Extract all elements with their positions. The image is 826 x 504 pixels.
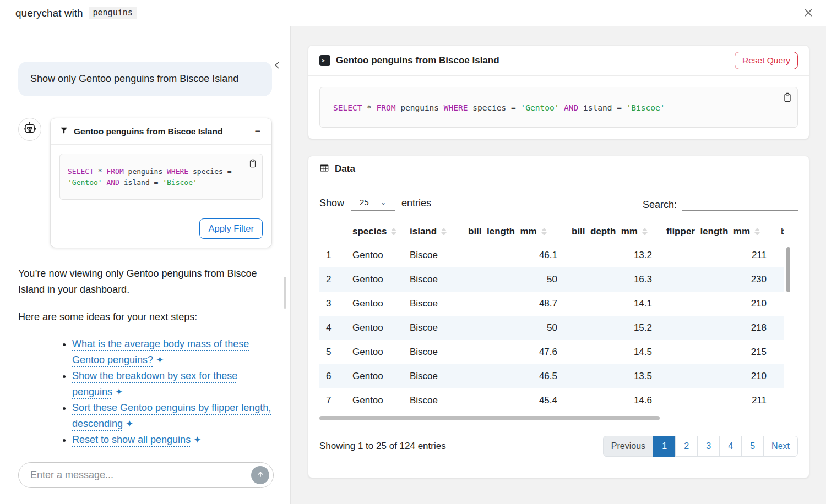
apply-filter-button[interactable]: Apply Filter bbox=[199, 218, 263, 239]
table-cell: 210 bbox=[660, 292, 774, 316]
table-cell: 7 bbox=[319, 388, 346, 413]
table-cell: Gentoo bbox=[346, 316, 403, 340]
table-cell: Biscoe bbox=[403, 267, 461, 292]
column-header-bill_depth_mm[interactable]: bill_depth_mm bbox=[565, 221, 660, 243]
chat-input[interactable] bbox=[30, 469, 251, 481]
chat-sidebar: Show only Gentoo penguins from Biscoe Is… bbox=[0, 26, 291, 504]
copy-button[interactable] bbox=[248, 158, 258, 170]
table-cell: 218 bbox=[660, 316, 774, 340]
show-label: Show bbox=[319, 198, 344, 209]
table-cell: 14.5 bbox=[565, 340, 660, 364]
table-icon bbox=[319, 163, 329, 175]
search-label: Search: bbox=[643, 199, 677, 211]
table-cell: Gentoo bbox=[346, 388, 403, 413]
table-cell bbox=[774, 340, 784, 364]
table-cell: 47.6 bbox=[461, 340, 565, 364]
chat-input-bar bbox=[18, 462, 274, 488]
suggestion-link[interactable]: Sort these Gentoo penguins by flipper le… bbox=[72, 402, 271, 429]
horizontal-scrollbar[interactable] bbox=[319, 416, 660, 420]
page-length-select[interactable]: 25 bbox=[351, 195, 395, 211]
entries-label: entries bbox=[401, 198, 431, 209]
column-header-species[interactable]: species bbox=[346, 221, 403, 243]
sql-code-block-main: SELECT * FROM penguins WHERE species = '… bbox=[319, 87, 798, 128]
table-cell: 13.5 bbox=[565, 364, 660, 388]
table-cell: 50 bbox=[461, 316, 565, 340]
table-cell bbox=[774, 243, 784, 268]
table-cell: Biscoe bbox=[403, 292, 461, 316]
table-cell bbox=[774, 316, 784, 340]
page-button-1[interactable]: 1 bbox=[653, 436, 676, 457]
table-body: 1GentooBiscoe46.113.22112GentooBiscoe501… bbox=[319, 243, 784, 413]
filter-card-title: Gentoo penguins from Biscoe Island bbox=[74, 127, 252, 136]
column-header-island[interactable]: island bbox=[403, 221, 461, 243]
table-cell bbox=[774, 292, 784, 316]
table-cell bbox=[774, 364, 784, 388]
suggestion-item: What is the average body mass of these G… bbox=[72, 336, 272, 368]
close-button[interactable] bbox=[800, 4, 817, 22]
sort-icon bbox=[391, 228, 396, 235]
sparkle-icon: ✦ bbox=[193, 435, 201, 445]
sort-icon bbox=[754, 228, 760, 235]
reset-query-button[interactable]: Reset Query bbox=[735, 52, 798, 69]
table-cell: 46.1 bbox=[461, 243, 565, 268]
sidebar-collapse-button[interactable] bbox=[273, 61, 281, 72]
sidebar-scrollbar[interactable] bbox=[284, 277, 286, 309]
table-cell: 211 bbox=[660, 388, 774, 413]
data-table: speciesislandbill_length_mmbill_depth_mm… bbox=[319, 221, 784, 413]
table-cell: 230 bbox=[660, 267, 774, 292]
chevron-left-icon bbox=[273, 63, 281, 72]
data-card: Data Show 25 ⌄ entries Search: bbox=[308, 156, 809, 478]
close-icon bbox=[803, 7, 814, 20]
page-button-2[interactable]: 2 bbox=[675, 436, 698, 457]
column-header-bill_length_mm[interactable]: bill_length_mm bbox=[461, 221, 565, 243]
page-button-5[interactable]: 5 bbox=[741, 436, 764, 457]
page-button-4[interactable]: 4 bbox=[719, 436, 742, 457]
table-row: 3GentooBiscoe48.714.1210 bbox=[319, 292, 784, 316]
suggestion-item: Show the breakdown by sex for these peng… bbox=[72, 368, 272, 400]
app-title: querychat with penguins bbox=[15, 7, 137, 19]
card-collapse-button[interactable]: − bbox=[252, 125, 263, 137]
table-cell: Biscoe bbox=[403, 243, 461, 268]
column-header-flipper_length_mm[interactable]: flipper_length_mm bbox=[660, 221, 774, 243]
sparkle-icon: ✦ bbox=[156, 355, 164, 365]
copy-button[interactable] bbox=[782, 92, 793, 105]
table-cell: 13.2 bbox=[565, 243, 660, 268]
robot-icon bbox=[23, 121, 37, 138]
top-bar: querychat with penguins bbox=[0, 0, 826, 26]
next-page-button[interactable]: Next bbox=[763, 436, 798, 457]
table-row: 1GentooBiscoe46.113.2211 bbox=[319, 243, 784, 268]
sort-icon bbox=[642, 228, 648, 235]
send-button[interactable] bbox=[251, 466, 269, 484]
suggestion-item: Sort these Gentoo penguins by flipper le… bbox=[72, 400, 272, 432]
table-cell: 48.7 bbox=[461, 292, 565, 316]
sql-code-block-sidebar: SELECT * FROM penguins WHERE species = '… bbox=[59, 154, 263, 200]
vertical-scrollbar[interactable] bbox=[786, 247, 790, 292]
assistant-avatar bbox=[18, 118, 41, 141]
query-card: >_ Gentoo penguins from Biscoe Island Re… bbox=[308, 45, 809, 139]
suggestion-link[interactable]: Show the breakdown by sex for these peng… bbox=[72, 370, 237, 397]
page-button-3[interactable]: 3 bbox=[697, 436, 720, 457]
sparkle-icon: ✦ bbox=[126, 419, 133, 429]
search-input[interactable] bbox=[682, 195, 798, 211]
table-row: 6GentooBiscoe46.513.5210 bbox=[319, 364, 784, 388]
search-control: Search: bbox=[643, 195, 798, 211]
funnel-icon bbox=[59, 126, 68, 137]
table-row: 5GentooBiscoe47.614.5215 bbox=[319, 340, 784, 364]
suggestion-link[interactable]: Reset to show all penguins bbox=[72, 434, 191, 445]
column-header-b: b bbox=[774, 221, 784, 243]
table-cell: 16.3 bbox=[565, 267, 660, 292]
table-info: Showing 1 to 25 of 124 entries bbox=[319, 441, 446, 452]
pagination: Previous12345Next bbox=[603, 436, 798, 457]
table-row: 4GentooBiscoe5015.2218 bbox=[319, 316, 784, 340]
terminal-icon: >_ bbox=[319, 55, 330, 66]
table-cell: 210 bbox=[660, 364, 774, 388]
table-cell: Biscoe bbox=[403, 388, 461, 413]
arrow-up-icon bbox=[256, 470, 265, 480]
table-cell: Biscoe bbox=[403, 340, 461, 364]
page-length-control: Show 25 ⌄ entries bbox=[319, 195, 431, 211]
table-cell bbox=[774, 267, 784, 292]
data-table-wrapper: speciesislandbill_length_mmbill_depth_mm… bbox=[319, 221, 798, 421]
query-card-title: Gentoo penguins from Biscoe Island bbox=[336, 55, 735, 66]
previous-page-button[interactable]: Previous bbox=[603, 436, 654, 457]
dashboard-pane: >_ Gentoo penguins from Biscoe Island Re… bbox=[291, 26, 826, 504]
